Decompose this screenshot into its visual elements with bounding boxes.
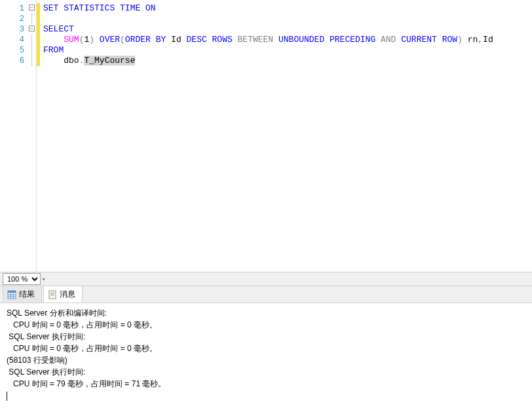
line-gutter: 1− 2 3− 4 5 6 [0, 0, 37, 272]
code-line[interactable]: SUM(1) OVER(ORDER BY Id DESC ROWS BETWEE… [37, 35, 532, 45]
chevron-down-icon: ▾ [42, 276, 45, 283]
line-number: 1− [0, 3, 36, 14]
messages-pane[interactable]: SQL Server 分析和编译时间: CPU 时间 = 0 毫秒，占用时间 =… [0, 303, 532, 408]
code-line[interactable]: SET STATISTICS TIME ON [37, 3, 532, 14]
selected-text: T_MyCourse [84, 56, 135, 65]
fold-line-icon [31, 45, 32, 56]
results-tabs: 结果 消息 [0, 286, 532, 303]
fold-line-icon [31, 14, 32, 24]
sql-editor[interactable]: 1− 2 3− 4 5 6 SET STATISTICS TIME ON SEL… [0, 0, 532, 272]
fold-line-icon [31, 56, 32, 66]
tab-label: 结果 [19, 289, 35, 300]
line-number: 2 [0, 14, 36, 24]
grid-icon [7, 290, 16, 299]
message-line: SQL Server 执行时间: [7, 331, 525, 343]
svg-rect-1 [8, 291, 16, 293]
zoom-bar: 100 % ▾ [0, 272, 532, 286]
line-number: 3− [0, 24, 36, 35]
message-line: CPU 时间 = 79 毫秒，占用时间 = 71 毫秒。 [7, 378, 525, 390]
code-content[interactable]: SET STATISTICS TIME ON SELECT SUM(1) OVE… [37, 0, 532, 272]
message-line: (58103 行受影响) [7, 354, 525, 366]
tab-label: 消息 [60, 289, 75, 300]
message-line: SQL Server 分析和编译时间: [7, 307, 525, 319]
tab-results[interactable]: 结果 [3, 286, 42, 303]
line-number: 5 [0, 45, 36, 56]
fold-minus-icon[interactable]: − [29, 26, 35, 31]
zoom-select[interactable]: 100 % [3, 273, 41, 285]
document-icon [48, 290, 57, 299]
message-line: CPU 时间 = 0 毫秒，占用时间 = 0 毫秒。 [7, 319, 525, 331]
svg-rect-6 [49, 291, 56, 299]
line-number: 6 [0, 56, 36, 66]
tab-messages[interactable]: 消息 [43, 286, 83, 303]
fold-minus-icon[interactable]: − [29, 5, 35, 10]
code-line[interactable]: dbo.T_MyCourse [37, 56, 532, 66]
code-line[interactable]: FROM [37, 45, 532, 56]
change-marker [37, 3, 40, 66]
message-line: SQL Server 执行时间: [7, 366, 525, 378]
code-line[interactable] [37, 14, 532, 24]
line-number: 4 [0, 35, 36, 45]
code-line[interactable]: SELECT [37, 24, 532, 35]
cursor-line [7, 390, 525, 401]
fold-line-icon [31, 35, 32, 45]
message-line: CPU 时间 = 0 毫秒，占用时间 = 0 毫秒。 [7, 343, 525, 354]
